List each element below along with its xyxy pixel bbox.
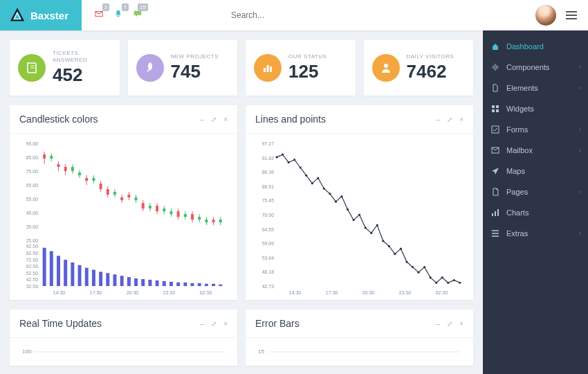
svg-rect-159 xyxy=(492,126,499,133)
sidebar-item-components[interactable]: Components‹ xyxy=(483,57,588,78)
badge: 15 xyxy=(138,3,148,11)
svg-rect-155 xyxy=(492,105,495,108)
svg-point-135 xyxy=(405,261,407,263)
svg-text:14:30: 14:30 xyxy=(289,290,302,295)
stat-card[interactable]: TICKETS ANSWERED452 xyxy=(10,40,120,96)
svg-text:62.50: 62.50 xyxy=(26,264,39,269)
svg-rect-66 xyxy=(205,220,208,222)
sidebar-item-extras[interactable]: Extras‹ xyxy=(483,223,588,244)
svg-point-113 xyxy=(275,156,277,158)
svg-rect-28 xyxy=(71,167,74,171)
avatar[interactable] xyxy=(535,5,556,26)
svg-rect-87 xyxy=(156,280,159,286)
svg-point-142 xyxy=(447,282,449,284)
stat-cards: TICKETS ANSWERED452NEW PROJECTS745OUR ST… xyxy=(10,40,473,96)
svg-rect-73 xyxy=(57,256,60,286)
close-button[interactable]: × xyxy=(223,116,228,123)
svg-rect-58 xyxy=(177,211,180,217)
sidebar-item-mailbox[interactable]: Mailbox‹ xyxy=(483,140,588,161)
svg-text:23:30: 23:30 xyxy=(163,290,176,295)
svg-rect-32 xyxy=(85,178,88,181)
svg-point-133 xyxy=(394,253,396,255)
panel-title: Real Time Updates xyxy=(19,318,102,329)
minimize-button[interactable]: – xyxy=(201,116,205,123)
brand-logo[interactable]: Baxster xyxy=(0,0,82,30)
expand-button[interactable]: ⤢ xyxy=(447,320,452,328)
panel-lines: Lines and points – ⤢ × 42.7348.1853.6459… xyxy=(246,105,473,300)
svg-rect-162 xyxy=(495,211,496,216)
expand-button[interactable]: ⤢ xyxy=(447,116,452,123)
sidebar-item-elements[interactable]: Elements‹ xyxy=(483,78,588,98)
svg-rect-86 xyxy=(148,280,151,286)
svg-point-136 xyxy=(412,266,414,268)
svg-rect-20 xyxy=(43,154,46,159)
sidebar-item-widgets[interactable]: Widgets xyxy=(483,98,588,119)
svg-point-3 xyxy=(384,64,388,68)
svg-text:70.00: 70.00 xyxy=(262,213,275,217)
minimize-button[interactable]: – xyxy=(201,320,205,328)
chevron-left-icon: ‹ xyxy=(579,188,581,195)
svg-point-138 xyxy=(423,266,425,268)
svg-text:100: 100 xyxy=(22,348,32,355)
envelope-icon xyxy=(491,146,499,154)
svg-rect-44 xyxy=(127,195,130,197)
sidebar-item-maps[interactable]: Maps xyxy=(483,161,588,181)
svg-rect-93 xyxy=(198,283,201,286)
svg-rect-85 xyxy=(141,279,145,286)
svg-text:55.00: 55.00 xyxy=(26,197,39,202)
sidebar-item-label: Extras xyxy=(506,229,528,238)
svg-rect-77 xyxy=(85,268,89,286)
book-icon xyxy=(18,54,46,82)
stat-label: TICKETS ANSWERED xyxy=(53,50,111,63)
errorbars-chart: 15 xyxy=(252,345,466,362)
svg-rect-36 xyxy=(100,184,102,189)
chat-notification[interactable]: 15 xyxy=(133,9,143,21)
svg-rect-62 xyxy=(191,214,194,220)
sidebar-item-label: Components xyxy=(506,63,549,71)
svg-point-124 xyxy=(340,195,342,197)
stat-card[interactable]: DAILY VISITORS7462 xyxy=(364,40,474,96)
svg-rect-68 xyxy=(212,220,215,222)
panel-title: Candlestick colors xyxy=(19,114,98,125)
close-button[interactable]: × xyxy=(459,116,463,123)
panel-actions: – ⤢ × xyxy=(201,116,228,123)
menu-toggle[interactable] xyxy=(566,9,577,21)
svg-point-132 xyxy=(388,245,390,247)
svg-text:52.50: 52.50 xyxy=(26,271,39,276)
bars-icon xyxy=(254,54,282,82)
svg-text:53.64: 53.64 xyxy=(262,256,275,260)
svg-point-141 xyxy=(441,276,443,278)
sidebar-item-forms[interactable]: Forms‹ xyxy=(483,119,588,140)
search-input[interactable] xyxy=(231,6,383,24)
svg-rect-22 xyxy=(50,156,53,159)
svg-point-125 xyxy=(347,208,349,211)
expand-button[interactable]: ⤢ xyxy=(211,116,217,123)
sidebar-item-charts[interactable]: Charts xyxy=(483,202,588,223)
svg-point-122 xyxy=(329,193,331,195)
expand-button[interactable]: ⤢ xyxy=(211,320,217,328)
minimize-button[interactable]: – xyxy=(437,320,441,328)
svg-text:80.91: 80.91 xyxy=(262,184,275,189)
stat-card[interactable]: OUR STATUS125 xyxy=(246,40,356,96)
logo-icon xyxy=(10,8,25,23)
svg-text:82.50: 82.50 xyxy=(26,251,39,256)
svg-rect-163 xyxy=(497,209,499,216)
svg-rect-88 xyxy=(163,281,166,286)
close-button[interactable]: × xyxy=(459,320,463,328)
close-button[interactable]: × xyxy=(223,320,228,328)
svg-point-134 xyxy=(400,248,402,250)
chevron-left-icon: ‹ xyxy=(579,230,581,237)
svg-rect-157 xyxy=(492,109,495,112)
svg-rect-91 xyxy=(183,283,187,286)
minimize-button[interactable]: – xyxy=(437,116,441,123)
stat-card[interactable]: NEW PROJECTS745 xyxy=(128,40,238,96)
svg-point-121 xyxy=(323,188,325,190)
svg-rect-156 xyxy=(496,105,499,108)
mail-notification[interactable]: 3 xyxy=(94,9,104,21)
sidebar-item-pages[interactable]: Pages‹ xyxy=(483,181,588,202)
svg-text:92.50: 92.50 xyxy=(26,244,39,249)
bell-notification[interactable]: 7 xyxy=(113,9,123,21)
svg-rect-60 xyxy=(184,214,187,217)
sidebar-item-dashboard[interactable]: Dashboard xyxy=(483,36,588,57)
svg-point-114 xyxy=(282,154,284,156)
